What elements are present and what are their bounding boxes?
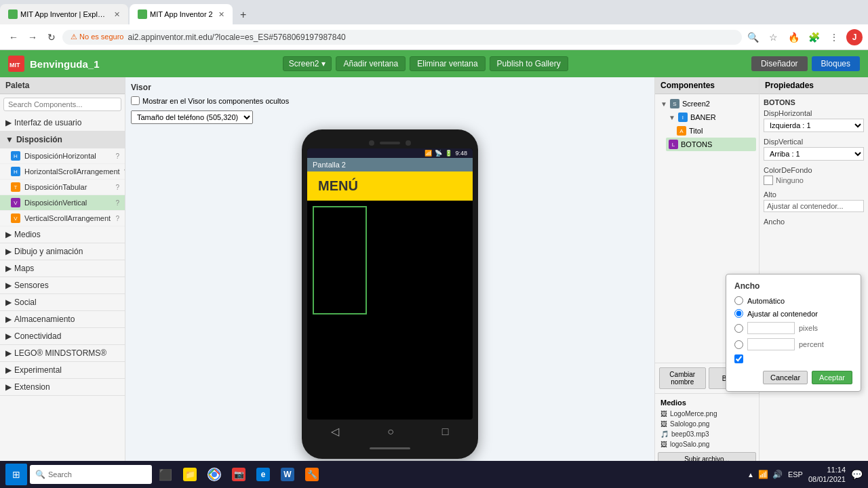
palette-item-disposicion-horizontal[interactable]: H DisposiciónHorizontal ?	[0, 148, 125, 164]
tree-item-baner[interactable]: ▼ I BANER	[666, 110, 756, 124]
media-item-beep[interactable]: 🎵 beep03.mp3	[658, 429, 756, 439]
screen-selector[interactable]: Screen2 ▾	[283, 56, 332, 71]
taskbar-edge[interactable]: e	[252, 464, 274, 485]
category-medios[interactable]: ▶ Medios	[0, 226, 125, 243]
properties-panel: Propiedades BOTONS DispHorizontal Izquie…	[760, 77, 868, 469]
taskbar-search-icon: 🔍	[35, 470, 45, 479]
pixels-input[interactable]	[760, 322, 795, 334]
palette-item-horizontal-scroll[interactable]: H HorizontalScrollArrangement ?	[0, 164, 125, 180]
color-swatch[interactable]	[764, 176, 773, 185]
popup-buttons: Cancelar Aceptar	[760, 371, 852, 384]
phone-frame: 📶 📡 🔋 9:48 Pantalla 2 MENÚ	[302, 129, 478, 459]
start-button[interactable]: ⊞	[5, 464, 27, 485]
category-interfaz[interactable]: ▶ Interfaz de usuario	[0, 115, 125, 131]
category-dibujo[interactable]: ▶ Dibujo y animación	[0, 243, 125, 260]
extensions-icon[interactable]: 🧩	[806, 29, 822, 45]
palette-item-vertical[interactable]: V DisposiciónVertical ?	[0, 195, 125, 211]
media-item-salologo[interactable]: 🖼 Salologo.png	[658, 419, 756, 429]
taskbar-chrome[interactable]	[203, 464, 225, 485]
media-item-logomerce[interactable]: 🖼 LogoMerce.png	[658, 409, 756, 419]
tab2-close[interactable]: ✕	[218, 10, 224, 19]
prop-disp-vertical: DispVertical Arriba : 1	[764, 138, 864, 161]
forward-button[interactable]: →	[24, 29, 41, 45]
phone-content-area	[307, 201, 473, 404]
svg-text:MIT: MIT	[9, 62, 20, 68]
add-window-button[interactable]: Añadir ventana	[336, 56, 406, 71]
help-icon-dv[interactable]: ?	[115, 199, 119, 207]
user-avatar[interactable]: J	[846, 29, 863, 45]
prop-disp-horizontal-select[interactable]: Izquierda : 1	[764, 119, 864, 132]
prop-alto-value[interactable]: Ajustar al contenedor...	[764, 200, 864, 212]
palette-panel: Paleta ▶ Interfaz de usuario ▼ Disposici…	[0, 77, 125, 469]
search-icon[interactable]: 🔍	[745, 29, 761, 45]
phone-screen-title: Pantalla 2	[307, 158, 473, 171]
new-tab-button[interactable]: +	[234, 5, 253, 24]
tree-item-botons[interactable]: L BOTONS	[666, 138, 756, 151]
category-conectividad[interactable]: ▶ Conectividad	[0, 328, 125, 345]
media-item-logosalo[interactable]: 🖼 logoSalo.png	[658, 439, 756, 449]
taskbar-word[interactable]: W	[277, 464, 298, 485]
hidden-components-checkbox-label[interactable]: Mostrar en el Visor los componentes ocul…	[131, 96, 289, 105]
category-social[interactable]: ▶ Social	[0, 294, 125, 311]
image-icon-2: 🖼	[660, 420, 667, 428]
category-lego[interactable]: ▶ LEGO® MINDSTORMS®	[0, 345, 125, 362]
palette-title: Paleta	[0, 77, 125, 94]
flame-icon[interactable]: 🔥	[785, 29, 802, 45]
taskbar-search[interactable]: 🔍 Search	[30, 465, 152, 484]
viewer-controls: Mostrar en el Visor los componentes ocul…	[131, 96, 649, 105]
category-extension[interactable]: ▶ Extension	[0, 379, 125, 396]
tray-arrow[interactable]: ▲	[747, 471, 754, 479]
reload-button[interactable]: ↻	[43, 29, 60, 45]
tree-item-screen2[interactable]: ▼ S Screen2	[658, 97, 756, 110]
tab-bar: MIT App Inventor | Explore MIT ... ✕ MIT…	[0, 0, 868, 24]
rename-button[interactable]: Cambiar nombre	[659, 367, 706, 389]
back-button[interactable]: ←	[5, 29, 22, 45]
designer-button[interactable]: Diseñador	[751, 56, 808, 71]
prop-disp-vertical-select[interactable]: Arriba : 1	[764, 147, 864, 161]
security-warning: ⚠ No es seguro	[71, 33, 124, 41]
blocks-button[interactable]: Bloques	[812, 56, 860, 71]
accept-button[interactable]: Aceptar	[812, 371, 852, 384]
taskbar-file-explorer[interactable]: 📁	[179, 464, 201, 485]
nav-icons: 🔍 ☆ 🔥 🧩 ⋮ J	[745, 29, 863, 45]
menu-icon[interactable]: ⋮	[826, 29, 842, 45]
taskbar-app1[interactable]: 📷	[228, 464, 250, 485]
browser-chrome: MIT App Inventor | Explore MIT ... ✕ MIT…	[0, 0, 868, 50]
phone-size-selector[interactable]: Tamaño del teléfono (505,320)	[131, 110, 253, 124]
publish-gallery-button[interactable]: Publish to Gallery	[490, 56, 568, 71]
help-icon-vs[interactable]: ?	[115, 215, 119, 222]
cancel-button[interactable]: Cancelar	[763, 371, 808, 384]
help-icon-dt[interactable]: ?	[115, 184, 119, 191]
tab-2[interactable]: MIT App Inventor 2 ✕	[130, 4, 233, 24]
taskbar-app2[interactable]: 🔧	[301, 464, 323, 485]
palette-item-tabular[interactable]: T DisposiciónTabular ?	[0, 180, 125, 195]
botons-icon: L	[669, 140, 678, 149]
prop-disp-vertical-label: DispVertical	[764, 138, 864, 146]
expand-screen2: ▼	[660, 100, 667, 108]
lego-icon: ▶	[5, 348, 12, 358]
components-title: Componentes	[655, 77, 759, 94]
search-input[interactable]	[3, 98, 121, 111]
category-sensores[interactable]: ▶ Sensores	[0, 277, 125, 294]
category-almacenamiento[interactable]: ▶ Almacenamiento	[0, 311, 125, 328]
properties-title: Propiedades	[760, 77, 868, 94]
phone-menu-banner: MENÚ	[307, 171, 473, 201]
tab1-close[interactable]: ✕	[114, 10, 120, 19]
notification-icon[interactable]: 💬	[851, 469, 863, 480]
percent-input[interactable]	[760, 338, 795, 350]
tab-1[interactable]: MIT App Inventor | Explore MIT ... ✕	[0, 4, 128, 24]
remove-window-button[interactable]: Eliminar ventana	[410, 56, 485, 71]
word-icon: W	[281, 468, 294, 481]
category-disposicion[interactable]: ▼ Disposición	[0, 131, 125, 148]
hidden-components-checkbox[interactable]	[131, 96, 140, 105]
task-view-button[interactable]: ⬛	[155, 464, 176, 485]
category-maps[interactable]: ▶ Maps	[0, 260, 125, 277]
prop-alto: Alto Ajustar al contenedor...	[764, 190, 864, 212]
address-bar[interactable]: ⚠ No es seguro ai2.appinventor.mit.edu/?…	[62, 30, 742, 45]
palette-item-vertical-scroll[interactable]: V VerticalScrollArrangement ?	[0, 211, 125, 226]
bookmark-icon[interactable]: ☆	[765, 29, 781, 45]
app-wrapper: MIT Benvinguda_1 Screen2 ▾ Añadir ventan…	[0, 50, 868, 488]
category-experimental[interactable]: ▶ Experimental	[0, 362, 125, 379]
tree-item-titol[interactable]: A Titol	[674, 124, 756, 138]
help-icon-dh[interactable]: ?	[115, 152, 119, 160]
